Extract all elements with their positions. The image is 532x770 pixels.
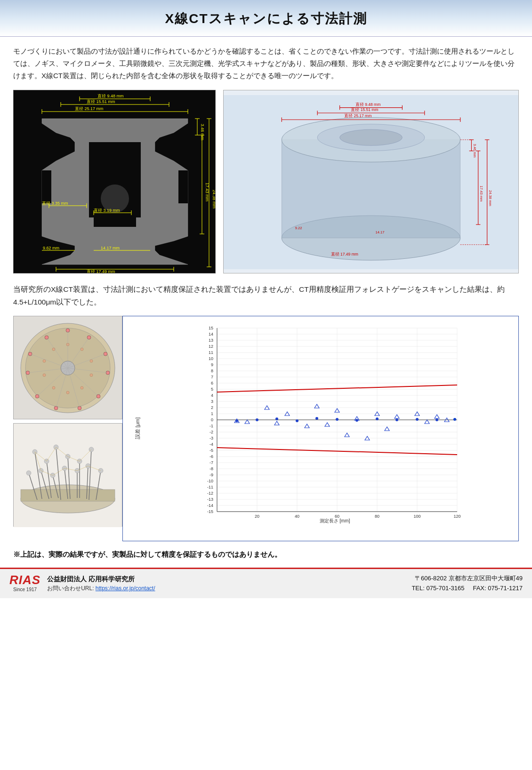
svg-text:-4: -4	[210, 442, 213, 447]
footer-url-label: お問い合わせURL:	[47, 585, 94, 592]
svg-text:-14: -14	[207, 503, 213, 508]
svg-text:-15: -15	[207, 509, 213, 514]
svg-text:-7: -7	[210, 460, 213, 465]
chart-svg: 15 14 13 12 11 10 9 8 7 6 5 4 3 2 1 0 -1…	[146, 321, 514, 523]
svg-text:-2: -2	[210, 430, 213, 434]
forest-gauge-photo1	[13, 316, 122, 419]
svg-rect-3	[94, 217, 136, 227]
footer-tel-fax: TEL: 075-701-3165 FAX: 075-71-1217	[411, 584, 523, 594]
svg-text:-6: -6	[210, 454, 213, 459]
svg-point-274	[416, 418, 419, 421]
svg-text:-13: -13	[207, 497, 213, 502]
svg-point-114	[43, 360, 46, 362]
svg-text:3: 3	[211, 399, 213, 404]
svg-text:直径 15.51 mm: 直径 15.51 mm	[87, 99, 115, 104]
intro-paragraph: モノづくりにおいて製品の寸法が設計通りに作られているかどうかを確認することは、省…	[13, 45, 519, 82]
svg-text:120: 120	[453, 514, 460, 519]
svg-rect-5	[178, 170, 188, 203]
svg-text:12: 12	[209, 344, 213, 349]
footer-org-info: 公益財団法人 応用科学研究所 お問い合わせURL: https://rias.o…	[47, 574, 155, 594]
svg-point-268	[296, 419, 298, 422]
svg-text:直径 3.35 mm: 直径 3.35 mm	[42, 201, 68, 206]
footer-url-link[interactable]: https://rias.or.jp/contact/	[96, 585, 155, 592]
svg-text:4: 4	[211, 393, 213, 398]
svg-point-109	[90, 374, 93, 377]
forest-gauge-photo2	[13, 423, 122, 527]
svg-point-267	[275, 417, 278, 420]
svg-text:-3: -3	[210, 436, 213, 441]
svg-point-51	[340, 129, 403, 145]
ct-3d-svg: 直径 25.17 mm 直径 15.51 mm 直径 9.48 mm 3.46 …	[224, 90, 518, 273]
svg-text:直径 15.51 mm: 直径 15.51 mm	[351, 107, 378, 112]
footer-left: RIAS Since 1917 公益財団法人 応用科学研究所 お問い合わせURL…	[9, 574, 155, 594]
svg-text:5: 5	[211, 387, 213, 392]
svg-point-276	[453, 418, 456, 421]
svg-text:20: 20	[255, 514, 259, 519]
svg-text:9: 9	[211, 362, 213, 367]
main-content: モノづくりにおいて製品の寸法が設計通りに作られているかどうかを確認することは、省…	[0, 37, 532, 560]
svg-text:15: 15	[209, 326, 213, 330]
svg-text:24.38 mm: 24.38 mm	[212, 190, 216, 209]
svg-point-271	[355, 419, 358, 422]
images-row: 直径 25.17 mm 直径 15.51 mm 直径 9.48 mm 3.46 …	[13, 90, 519, 273]
ct-cross-section-svg: 直径 25.17 mm 直径 15.51 mm 直径 9.48 mm 3.46 …	[14, 90, 216, 273]
svg-text:直径 9.48 mm: 直径 9.48 mm	[97, 94, 124, 98]
svg-text:直径 9.48 mm: 直径 9.48 mm	[355, 102, 381, 106]
svg-text:9.62 mm: 9.62 mm	[43, 246, 59, 250]
svg-text:2: 2	[211, 405, 213, 410]
chart-y-label: 誤差 [μm]	[134, 417, 142, 440]
rias-logo-text: RIAS	[9, 574, 40, 586]
svg-text:測定長さ [mm]: 測定長さ [mm]	[320, 518, 350, 523]
svg-point-269	[315, 417, 318, 420]
svg-text:-1: -1	[210, 424, 213, 428]
svg-point-110	[81, 386, 83, 389]
svg-point-270	[336, 418, 339, 421]
svg-text:-5: -5	[210, 448, 213, 453]
svg-point-266	[256, 418, 258, 421]
svg-point-265	[235, 419, 238, 422]
left-photos	[13, 316, 122, 541]
svg-text:直径 3.19 mm: 直径 3.19 mm	[94, 208, 120, 213]
svg-text:24.38 mm: 24.38 mm	[488, 190, 492, 206]
footer-address: 〒606-8202 京都市左京区田中大堰町49	[411, 574, 523, 584]
svg-text:3.46 mm: 3.46 mm	[200, 124, 205, 140]
svg-text:直径 25.17 mm: 直径 25.17 mm	[75, 106, 104, 111]
svg-text:100: 100	[413, 514, 420, 519]
svg-text:11: 11	[209, 350, 213, 355]
svg-text:直径 25.17 mm: 直径 25.17 mm	[344, 113, 371, 118]
svg-text:0: 0	[211, 417, 213, 422]
svg-text:14.17 mm: 14.17 mm	[101, 246, 120, 250]
svg-point-154	[26, 471, 31, 475]
ct-cross-section-image: 直径 25.17 mm 直径 15.51 mm 直径 9.48 mm 3.46 …	[13, 90, 216, 273]
svg-point-111	[66, 391, 69, 394]
svg-text:40: 40	[295, 514, 299, 519]
since-text: Since 1917	[13, 586, 37, 594]
notice-paragraph: ※上記は、実際の結果ですが、実製品に対して精度を保証するものではありません。	[13, 549, 519, 560]
forest-gauge-svg2	[14, 424, 122, 527]
footer-right: 〒606-8202 京都市左京区田中大堰町49 TEL: 075-701-316…	[411, 574, 523, 594]
svg-text:10: 10	[209, 356, 213, 361]
footer-fax: FAX: 075-71-1217	[473, 585, 523, 592]
svg-text:17.43 mm: 17.43 mm	[479, 185, 484, 201]
svg-text:-11: -11	[207, 485, 213, 489]
svg-rect-4	[42, 170, 51, 203]
svg-text:直径 17.49 mm: 直径 17.49 mm	[331, 252, 358, 257]
svg-text:14: 14	[209, 332, 213, 337]
svg-text:9.22: 9.22	[295, 225, 302, 230]
svg-text:13: 13	[209, 338, 213, 343]
svg-text:14.17: 14.17	[375, 230, 384, 234]
page-header: X線CTスキャンによる寸法計測	[0, 0, 532, 37]
svg-text:-10: -10	[207, 479, 213, 483]
svg-text:1: 1	[211, 411, 213, 416]
svg-point-275	[435, 418, 438, 421]
svg-point-272	[376, 417, 379, 420]
ct-3d-render-image: 直径 25.17 mm 直径 15.51 mm 直径 9.48 mm 3.46 …	[223, 90, 519, 273]
footer-url-row: お問い合わせURL: https://rias.or.jp/contact/	[47, 584, 155, 593]
svg-text:-9: -9	[210, 473, 213, 477]
footer-org-name: 公益財団法人 応用科学研究所	[47, 574, 155, 584]
rias-logo: RIAS Since 1917	[9, 574, 40, 594]
page-footer: RIAS Since 1917 公益財団法人 応用科学研究所 お問い合わせURL…	[0, 568, 532, 598]
svg-point-108	[90, 360, 93, 362]
section2-content: 誤差 [μm]	[13, 316, 519, 541]
svg-point-273	[395, 418, 398, 421]
